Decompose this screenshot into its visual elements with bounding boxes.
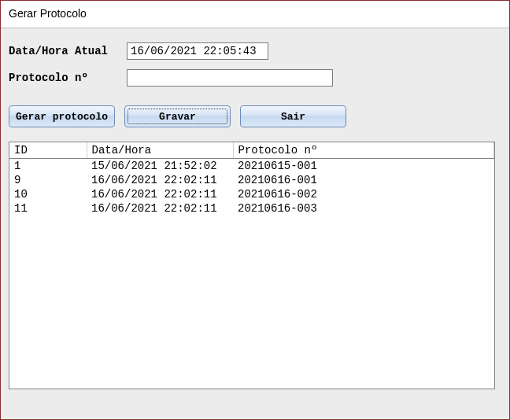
content-area: Data/Hora Atual Protocolo nº Gerar proto… — [1, 28, 509, 394]
table-row[interactable]: 1016/06/2021 22:02:1120210616-002 — [9, 187, 494, 201]
col-header-id[interactable]: ID — [9, 142, 87, 159]
cell-protocol: 20210615-001 — [233, 159, 494, 173]
grid-header-row: ID Data/Hora Protocolo nº — [9, 142, 494, 159]
save-button[interactable]: Gravar — [124, 105, 231, 127]
generate-protocol-button[interactable]: Gerar protocolo — [9, 105, 115, 127]
cell-id: 9 — [9, 173, 87, 187]
input-datetime[interactable] — [127, 42, 268, 60]
cell-datetime: 16/06/2021 22:02:11 — [87, 201, 233, 216]
row-protocol: Protocolo nº — [9, 69, 504, 87]
cell-id: 11 — [9, 201, 87, 216]
window-title: Gerar Protocolo — [1, 1, 509, 28]
table-row[interactable]: 916/06/2021 22:02:1120210616-001 — [9, 173, 494, 187]
table-row[interactable]: 1116/06/2021 22:02:1120210616-003 — [9, 201, 494, 216]
cell-id: 1 — [9, 159, 87, 173]
table-row[interactable]: 115/06/2021 21:52:0220210615-001 — [9, 159, 494, 173]
button-row: Gerar protocolo Gravar Sair — [9, 105, 504, 127]
cell-datetime: 16/06/2021 22:02:11 — [87, 173, 233, 187]
cell-protocol: 20210616-003 — [233, 201, 494, 216]
row-datetime: Data/Hora Atual — [9, 42, 504, 60]
col-header-protocol[interactable]: Protocolo nº — [233, 142, 494, 159]
cell-datetime: 16/06/2021 22:02:11 — [87, 187, 233, 201]
protocol-grid[interactable]: ID Data/Hora Protocolo nº 115/06/2021 21… — [9, 142, 495, 389]
cell-protocol: 20210616-002 — [233, 187, 494, 201]
col-header-datetime[interactable]: Data/Hora — [87, 142, 233, 159]
exit-button[interactable]: Sair — [240, 105, 346, 127]
label-datetime: Data/Hora Atual — [9, 45, 127, 57]
label-protocol: Protocolo nº — [9, 72, 127, 84]
cell-protocol: 20210616-001 — [233, 173, 494, 187]
cell-datetime: 15/06/2021 21:52:02 — [87, 159, 233, 173]
window: Gerar Protocolo Data/Hora Atual Protocol… — [0, 0, 510, 420]
cell-id: 10 — [9, 187, 87, 201]
input-protocol[interactable] — [127, 69, 333, 87]
